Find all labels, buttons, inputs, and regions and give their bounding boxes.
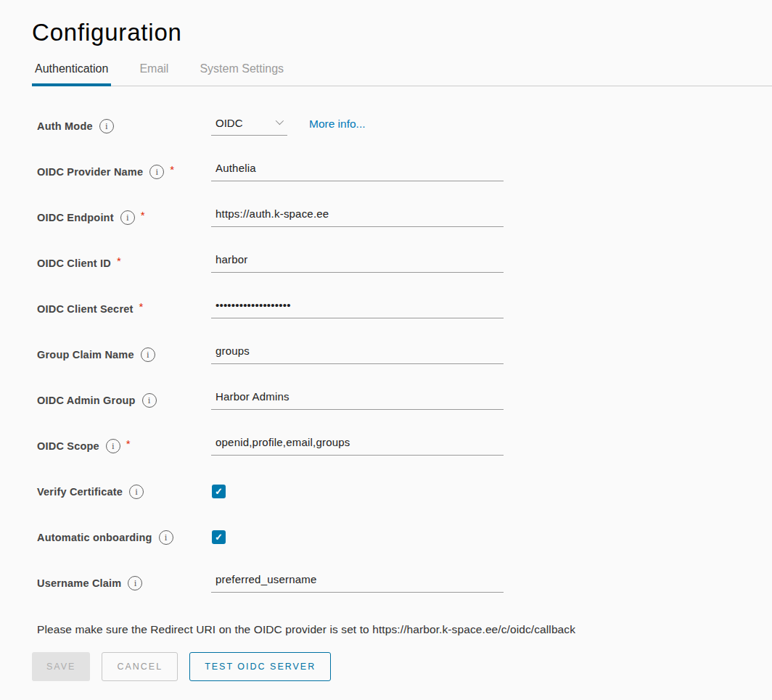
field-control (211, 207, 772, 227)
tabs-bar: Authentication Email System Settings (32, 58, 772, 86)
group-claim-name-input[interactable] (211, 345, 504, 364)
oidc-endpoint-input[interactable] (211, 207, 504, 227)
field-label: Username Claim i (37, 576, 211, 590)
field-control (211, 345, 772, 364)
field-label: OIDC Scope i * (37, 439, 211, 453)
field-label-text: Verify Certificate (37, 486, 123, 498)
required-marker: * (126, 437, 131, 450)
form-row-automatic-onboarding: Automatic onboarding i ✓ (37, 514, 772, 560)
info-icon[interactable]: i (106, 439, 120, 453)
field-control (211, 436, 772, 456)
form-row-oidc-provider-name: OIDC Provider Name i * (37, 149, 772, 194)
button-row: SAVE CANCEL TEST OIDC SERVER (32, 652, 772, 681)
field-control (211, 162, 772, 181)
form-row-verify-certificate: Verify Certificate i ✓ (37, 469, 772, 514)
field-label-text: Automatic onboarding (37, 532, 152, 543)
info-icon[interactable]: i (159, 530, 173, 545)
form-row-oidc-endpoint: OIDC Endpoint i * (37, 194, 772, 240)
form-row-oidc-client-id: OIDC Client ID * (37, 240, 772, 286)
info-icon[interactable]: i (141, 347, 155, 362)
info-icon[interactable]: i (120, 210, 135, 225)
cancel-button[interactable]: CANCEL (102, 652, 178, 681)
field-control (211, 573, 772, 593)
field-label-text: OIDC Endpoint (37, 212, 114, 223)
info-icon[interactable]: i (149, 165, 164, 179)
field-label: OIDC Client ID * (37, 257, 211, 269)
auth-mode-select[interactable]: OIDC (211, 117, 287, 136)
automatic-onboarding-checkbox[interactable]: ✓ (212, 530, 226, 544)
verify-certificate-checkbox[interactable]: ✓ (212, 485, 226, 498)
field-label: OIDC Admin Group i (37, 393, 211, 408)
field-label-text: Auth Mode (37, 120, 93, 132)
oidc-client-id-input[interactable] (211, 253, 504, 273)
field-control: ✓ (211, 530, 772, 544)
required-marker: * (170, 163, 174, 176)
tab-email[interactable]: Email (136, 58, 171, 86)
info-icon[interactable]: i (99, 119, 114, 133)
oidc-admin-group-input[interactable] (211, 390, 504, 410)
form-row-oidc-client-secret: OIDC Client Secret * (37, 286, 772, 332)
field-label-text: OIDC Client Secret (37, 303, 134, 315)
field-label: Auth Mode i (37, 119, 211, 133)
required-marker: * (117, 255, 121, 267)
field-label: Verify Certificate i (37, 485, 211, 499)
config-form: Auth Mode i OIDC More info... OIDC Provi… (37, 103, 772, 606)
form-row-oidc-scope: OIDC Scope i * (37, 423, 772, 469)
tab-authentication[interactable]: Authentication (32, 58, 111, 86)
form-row-oidc-admin-group: OIDC Admin Group i (37, 377, 772, 423)
page-title: Configuration (32, 0, 772, 46)
test-oidc-server-button[interactable]: TEST OIDC SERVER (189, 652, 331, 681)
field-label-text: OIDC Admin Group (37, 395, 136, 406)
field-label: Group Claim Name i (37, 347, 211, 362)
form-row-group-claim-name: Group Claim Name i (37, 332, 772, 377)
select-value: OIDC (215, 117, 243, 129)
field-label-text: OIDC Client ID (37, 258, 111, 269)
oidc-client-secret-input[interactable] (211, 299, 504, 318)
info-icon[interactable]: i (128, 576, 142, 590)
required-marker: * (139, 300, 144, 313)
oidc-provider-name-input[interactable] (211, 162, 504, 181)
tab-system-settings[interactable]: System Settings (197, 58, 287, 86)
field-label: OIDC Provider Name i * (37, 165, 211, 179)
username-claim-input[interactable] (211, 573, 504, 593)
chevron-down-icon (276, 116, 284, 124)
field-label-text: OIDC Scope (37, 440, 99, 452)
check-icon: ✓ (215, 487, 223, 496)
info-icon[interactable]: i (142, 393, 157, 408)
field-control: ✓ (211, 485, 772, 498)
form-row-auth-mode: Auth Mode i OIDC More info... (37, 103, 772, 149)
redirect-uri-note: Please make sure the Redirect URI on the… (37, 623, 772, 636)
field-control: OIDC More info... (211, 117, 772, 136)
field-label: Automatic onboarding i (37, 530, 211, 545)
info-icon[interactable]: i (129, 485, 144, 499)
field-control (211, 299, 772, 318)
required-marker: * (141, 209, 145, 221)
field-label-text: Username Claim (37, 577, 121, 589)
field-label: OIDC Endpoint i * (37, 210, 211, 225)
field-control (211, 253, 772, 273)
check-icon: ✓ (215, 532, 223, 542)
field-label-text: Group Claim Name (37, 349, 134, 361)
field-label-text: OIDC Provider Name (37, 166, 143, 178)
more-info-link[interactable]: More info... (309, 118, 366, 131)
configuration-page: Configuration Authentication Email Syste… (0, 0, 772, 681)
field-control (211, 390, 772, 410)
form-row-username-claim: Username Claim i (37, 560, 772, 606)
field-label: OIDC Client Secret * (37, 302, 211, 315)
oidc-scope-input[interactable] (211, 436, 504, 456)
save-button[interactable]: SAVE (32, 652, 90, 681)
